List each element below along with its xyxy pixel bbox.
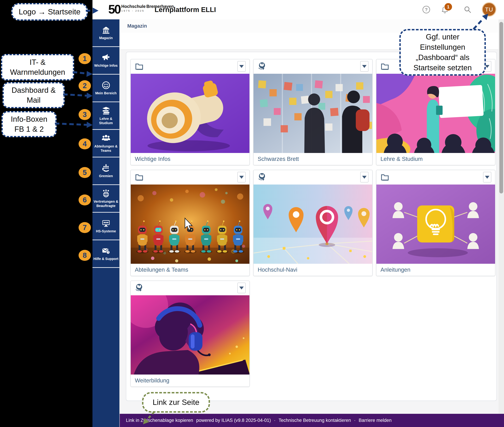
card-image-headphones: [131, 295, 249, 374]
sidebar-item-abteilungen-teams[interactable]: Abteilungen & Teams: [93, 130, 119, 157]
card-image-lightbulb: [376, 184, 495, 264]
search-icon: [463, 5, 472, 14]
annotation-settings-callout: Ggf. unter Einstellungen „Dashboard“ als…: [399, 29, 486, 76]
footer-bar: Link in Zwischenablage kopieren powered …: [120, 414, 504, 427]
svg-text:?: ?: [107, 251, 109, 254]
logo-50: 50: [108, 2, 120, 17]
annotation-number-1: 1: [78, 53, 91, 64]
footer-separator: ·: [354, 418, 356, 423]
card-schwarzes-brett[interactable]: Schwarzes Brett: [253, 59, 372, 165]
notification-badge: 1: [444, 3, 453, 11]
sidebar-item-hilfe-support[interactable]: ? Hilfe & Support: [93, 240, 119, 268]
sidebar: Magazin Wichtige Infos Mein Bereich Lehr…: [93, 19, 120, 427]
chevron-down-icon: [239, 287, 244, 290]
cards-grid: Wichtige Infos: [130, 59, 496, 387]
card-image-mappins: [254, 184, 372, 264]
card-title[interactable]: Schwarzes Brett: [254, 153, 372, 165]
annotation-dashboard-callout: Dashboard &Mail: [3, 82, 65, 108]
gremien-hand-icon: [101, 164, 110, 173]
annotation-infobox-callout: Info-BoxenFB 1 & 2: [1, 111, 57, 137]
annotation-number-4: 4: [78, 138, 91, 149]
annotation-number-3: 3: [78, 109, 91, 120]
card-title[interactable]: Hochschul-Navi: [254, 264, 372, 276]
card-title[interactable]: Weiterbildung: [131, 374, 249, 387]
card-image-megaphone: [131, 74, 249, 153]
search-button[interactable]: [463, 5, 473, 15]
card-title[interactable]: Lehre & Studium: [376, 153, 495, 165]
people-group-icon: [101, 134, 110, 143]
card-anleitungen[interactable]: Anleitungen: [376, 170, 496, 276]
card-actions-dropdown[interactable]: [483, 172, 491, 183]
page-title: Lernplattform ELLI: [155, 6, 216, 14]
help-icon: ?: [422, 5, 431, 14]
footer-powered-by: powered by ILIAS (v9.8 2025-04-01): [196, 418, 271, 423]
card-abteilungen-teams[interactable]: Abteilungen & Teams: [130, 170, 250, 276]
mail-question-icon: ?: [101, 246, 110, 255]
arrow-to-mein-bereich: [63, 94, 87, 96]
card-wichtige-infos[interactable]: Wichtige Infos: [130, 59, 250, 165]
avatar[interactable]: TU: [482, 2, 496, 17]
help-button[interactable]: ?: [421, 5, 431, 15]
annotation-number-7: 7: [78, 222, 91, 233]
card-actions-dropdown[interactable]: [237, 282, 246, 293]
folder-icon: [380, 172, 390, 182]
card-actions-dropdown[interactable]: [360, 172, 368, 183]
card-image-stickynotes: [254, 74, 372, 153]
annotation-number-2: 2: [78, 80, 91, 91]
svg-text:?: ?: [425, 7, 428, 12]
card-weiterbildung[interactable]: Weiterbildung: [130, 281, 250, 387]
books-graduation-icon: [101, 106, 110, 115]
bank-icon: [101, 26, 110, 34]
weblink-icon: [257, 61, 267, 71]
weblink-icon: [134, 283, 144, 293]
folder-icon: [134, 61, 144, 71]
logo-line1: Hochschule: [121, 4, 146, 9]
breadcrumb[interactable]: Magazin: [127, 19, 147, 33]
sidebar-item-gremien[interactable]: Gremien: [93, 157, 119, 185]
card-title[interactable]: Wichtige Infos: [131, 153, 249, 165]
annotation-number-5: 5: [78, 167, 91, 178]
sidebar-item-mein-bereich[interactable]: Mein Bereich: [93, 75, 119, 102]
card-actions-dropdown[interactable]: [237, 61, 246, 72]
chevron-down-icon: [239, 176, 244, 179]
sidebar-item-vertretungen-beauftragte[interactable]: Vertretungen & Beauftragte: [93, 185, 119, 213]
folder-icon: [134, 172, 144, 182]
chevron-down-icon: [362, 176, 367, 179]
monitor-password-icon: [101, 219, 110, 228]
weblink-icon: [257, 172, 267, 182]
app-header: 50 Hochschule Bremerhaven 1975 - 2025 Le…: [93, 0, 504, 20]
arrow-to-wichtige-infos: [73, 72, 87, 74]
footer-support-link[interactable]: Technische Betreuung kontaktieren: [279, 418, 351, 423]
smiley-icon: [101, 81, 110, 90]
arrow-to-lehre-studium: [55, 123, 87, 125]
card-image-presentation: [376, 74, 495, 153]
footer-copy-link[interactable]: Link in Zwischenablage kopieren: [126, 418, 193, 423]
megaphone-icon: [101, 53, 110, 62]
notifications-button[interactable]: 1: [440, 5, 450, 15]
card-title[interactable]: Abteilungen & Teams: [131, 264, 249, 276]
annotation-number-6: 6: [78, 194, 91, 206]
card-actions-dropdown[interactable]: [360, 61, 368, 72]
card-title[interactable]: Anleitungen: [376, 264, 495, 276]
sidebar-item-hs-systeme[interactable]: HS-Systeme: [93, 213, 119, 240]
folder-icon: [380, 61, 390, 71]
scrollbar-thumb[interactable]: [499, 22, 503, 193]
card-actions-dropdown[interactable]: [237, 172, 246, 183]
annotation-logo-callout: Logo → Startseite: [11, 3, 88, 21]
chevron-down-icon: [485, 176, 489, 179]
annotation-number-8: 8: [78, 250, 91, 261]
footer-accessibility-link[interactable]: Barriere melden: [359, 418, 392, 423]
annotation-it-callout: IT- &Warnmeldungen: [1, 54, 74, 80]
scrollbar-track[interactable]: [498, 19, 504, 414]
footer-separator: ·: [274, 418, 276, 423]
annotation-link-callout: Link zur Seite: [142, 392, 210, 412]
sidebar-item-lehre-studium[interactable]: Lehre & Studium: [93, 102, 119, 130]
chevron-down-icon: [239, 65, 244, 68]
sidebar-item-magazin[interactable]: Magazin: [93, 19, 119, 47]
card-image-robots: [131, 184, 249, 264]
card-hochschul-navi[interactable]: Hochschul-Navi: [253, 170, 372, 276]
sidebar-item-wichtige-infos[interactable]: Wichtige Infos: [93, 47, 119, 75]
globe-people-icon: [101, 189, 110, 198]
chevron-down-icon: [362, 65, 367, 68]
